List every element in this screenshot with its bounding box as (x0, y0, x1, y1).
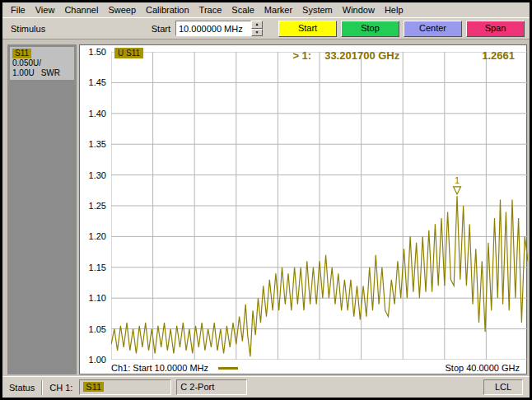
stop-button[interactable]: Stop (341, 21, 399, 37)
trace-sidebar: S11 0.050U/ 1.00U SWR (7, 44, 77, 374)
cal-status-field: C 2-Port (176, 379, 247, 395)
y-tick-label: 1.30 (80, 170, 106, 181)
status-label: Status (9, 383, 35, 393)
start-button[interactable]: Start (278, 21, 337, 37)
trace-ref-label: 1.00U (12, 68, 35, 78)
menu-item-channel[interactable]: Channel (59, 4, 103, 16)
menu-bar: File View Channel Sweep Calibration Trac… (2, 2, 530, 17)
menu-item-view[interactable]: View (30, 4, 60, 16)
start-frequency-readout: Ch1: Start 10.0000 MHz (111, 363, 208, 373)
trace-scale-label: 0.050U/ (12, 58, 72, 68)
channel-label: CH 1: (49, 383, 72, 393)
y-tick-label: 1.05 (80, 323, 106, 335)
span-button[interactable]: Span (466, 21, 525, 37)
svg-text:1: 1 (455, 175, 460, 185)
status-bar: Status CH 1: S11 C 2-Port LCL (2, 376, 530, 398)
y-tick-label: 1.50 (80, 46, 106, 58)
y-tick-label: 1.15 (80, 262, 106, 273)
y-tick-label: 1.40 (80, 108, 106, 119)
plot-area: 1.501.451.401.351.301.251.201.151.101.05… (79, 44, 527, 374)
center-button[interactable]: Center (404, 21, 462, 37)
trace-status-chip: U S11 (114, 48, 143, 58)
plot-svg: 1 (111, 52, 528, 360)
menu-item-trace[interactable]: Trace (194, 4, 227, 16)
trace-name-chip[interactable]: S11 (12, 49, 31, 58)
channel-start-label: Ch1: Start 10.0000 MHz (111, 363, 238, 373)
trace-indicator-dash (218, 367, 238, 370)
menu-item-help[interactable]: Help (380, 4, 408, 16)
marker-swr-value: 1.2661 (482, 49, 515, 62)
vna-application-window: File View Channel Sweep Calibration Trac… (0, 0, 532, 400)
y-tick-label: 1.35 (80, 138, 106, 150)
spinner-down-icon[interactable]: ▼ (251, 29, 263, 37)
frequency-spinner: ▲ ▼ (251, 21, 263, 36)
stimulus-buttons: Start Stop Center Span (274, 21, 525, 37)
menu-item-sweep[interactable]: Sweep (103, 4, 141, 16)
menu-item-window[interactable]: Window (338, 4, 380, 16)
start-frequency-group: Start ▲ ▼ (152, 21, 263, 36)
marker-frequency-value: 33.201700 GHz (324, 49, 399, 62)
menu-item-file[interactable]: File (6, 4, 30, 16)
y-tick-label: 1.25 (80, 200, 106, 212)
y-axis-labels: 1.501.451.401.351.301.251.201.151.101.05… (80, 45, 110, 374)
marker-number-label: > 1: (292, 49, 311, 62)
y-tick-label: 1.10 (80, 292, 106, 304)
trace-format-label: SWR (41, 68, 60, 78)
y-tick-label: 1.00 (80, 354, 106, 365)
y-tick-label: 1.20 (80, 230, 106, 242)
main-area: S11 0.050U/ 1.00U SWR 1.501.451.401.351.… (2, 40, 530, 376)
start-frequency-input[interactable] (175, 21, 251, 36)
stop-frequency-readout: Stop 40.0000 GHz (445, 363, 520, 373)
menu-item-system[interactable]: System (297, 4, 338, 16)
menu-item-scale[interactable]: Scale (226, 4, 259, 16)
lcl-mode-field: LCL (483, 379, 523, 395)
spinner-up-icon[interactable]: ▲ (251, 21, 263, 29)
stimulus-label: Stimulus (11, 24, 45, 34)
stimulus-toolbar: Stimulus Start ▲ ▼ Start Stop Center Spa… (2, 17, 530, 40)
measurement-chip: S11 (83, 382, 104, 392)
measurement-field: S11 (79, 379, 171, 395)
menu-item-marker[interactable]: Marker (259, 4, 297, 16)
menu-item-calibration[interactable]: Calibration (141, 4, 194, 16)
start-field-label: Start (152, 24, 170, 34)
y-tick-label: 1.45 (80, 77, 106, 88)
trace-info-panel: S11 0.050U/ 1.00U SWR (10, 47, 74, 80)
status-divider (41, 380, 43, 395)
marker-readout: > 1: 33.201700 GHz 1.2661 (292, 49, 515, 62)
